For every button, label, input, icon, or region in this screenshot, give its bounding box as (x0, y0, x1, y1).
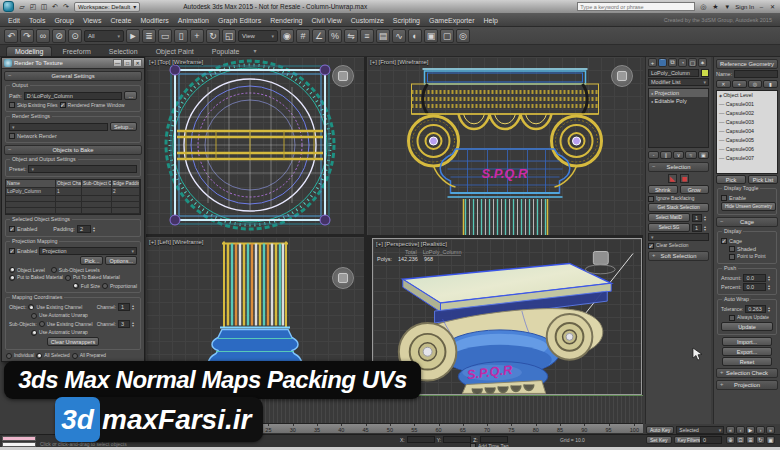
menu-item[interactable]: GameExporter (429, 17, 475, 24)
timeline-tick[interactable]: 30 (290, 424, 296, 433)
viewcube-icon[interactable] (332, 267, 354, 289)
select-and-move-icon[interactable]: + (190, 29, 204, 43)
projection-enabled-checkbox[interactable] (9, 248, 15, 254)
utilities-tab-icon[interactable]: ✶ (698, 58, 707, 67)
rollout-cage[interactable]: Cage (716, 217, 778, 227)
play-icon[interactable]: ▶ (746, 426, 755, 434)
setup-button[interactable]: Setup... (110, 122, 137, 131)
current-frame-field[interactable]: 0 (700, 436, 722, 444)
pick-reference-button[interactable]: Pick (716, 175, 746, 184)
timeline-tick[interactable]: 75 (508, 424, 514, 433)
undo-icon[interactable]: ↶ (50, 2, 60, 12)
maximize-viewport-icon[interactable]: ▣ (766, 436, 775, 444)
tolerance-spinner[interactable] (768, 305, 773, 313)
viewport-label[interactable]: [+] [Left] [Wireframe] (149, 239, 204, 245)
pick-list-button[interactable]: Pick List (748, 175, 778, 184)
matid-field[interactable]: 1 (692, 214, 702, 222)
workspace-dropdown[interactable]: Workspace: Default▾ (74, 2, 140, 12)
individual-radio[interactable] (6, 353, 12, 359)
rectangular-selection-icon[interactable]: ▭ (158, 29, 172, 43)
menu-item[interactable]: Civil View (311, 17, 341, 24)
ribbon-tab[interactable]: Object Paint (148, 47, 202, 56)
app-logo-icon[interactable] (3, 1, 14, 12)
timeline-tick[interactable]: 40 (338, 424, 344, 433)
zoom-icon[interactable]: ⊕ (726, 436, 735, 444)
zoom-extents-icon[interactable]: ⊡ (736, 436, 745, 444)
sub-object-levels-radio[interactable] (51, 267, 57, 273)
close-button[interactable]: ✕ (768, 2, 777, 11)
display-enable-checkbox[interactable] (721, 195, 727, 201)
hierarchy-tab-icon[interactable]: ⧉ (668, 58, 677, 67)
viewcube-icon[interactable] (611, 65, 633, 87)
remove-reference-icon[interactable]: ✕ (716, 80, 731, 88)
motion-tab-icon[interactable]: ◔ (678, 58, 687, 67)
select-by-name-icon[interactable]: ≣ (142, 29, 156, 43)
cell-object-channel[interactable]: 1 (56, 188, 82, 196)
col-object-channel[interactable]: Object Channel (56, 180, 82, 188)
padding-spinner[interactable] (93, 225, 98, 233)
get-stack-selection-button[interactable]: Get Stack Selection (648, 203, 709, 212)
browse-button[interactable]: ... (124, 91, 137, 100)
front-viewport[interactable]: S.P.Q.R [+] [Front] [Wireframe] (367, 57, 643, 235)
reference-list-item[interactable]: Capsule005 (717, 136, 777, 145)
padding-field[interactable]: 2 (77, 225, 91, 233)
selection-filter-dropdown[interactable]: All (84, 30, 124, 42)
timeline-tick[interactable]: 90 (581, 424, 587, 433)
dialog-title-bar[interactable]: Render To Texture —□✕ (2, 58, 144, 69)
reference-list-icon[interactable]: ▮ (763, 80, 778, 88)
rendered-frame-checkbox[interactable] (60, 102, 66, 108)
menu-item[interactable]: Group (54, 17, 73, 24)
account-menu-icon[interactable]: ▾ (722, 2, 732, 12)
cell-name[interactable]: LoPoly_Column (6, 188, 56, 196)
add-reference-icon[interactable]: + (732, 80, 747, 88)
select-and-rotate-icon[interactable]: ↻ (206, 29, 220, 43)
layer-manager-icon[interactable]: ▤ (376, 29, 390, 43)
timeline-tick[interactable]: 95 (606, 424, 612, 433)
clear-unwrappers-button[interactable]: Clear Unwrappers (47, 337, 99, 346)
cell-subobject-channel[interactable] (82, 188, 112, 196)
mirror-icon[interactable]: ⇋ (344, 29, 358, 43)
top-viewport[interactable]: [+] [Top] [Wireframe] (146, 57, 364, 234)
col-subobject-channel[interactable]: Sub-Object Channel (82, 180, 112, 188)
grow-button[interactable]: Grow (680, 185, 710, 194)
menu-item[interactable]: Tools (29, 17, 45, 24)
sg-field[interactable]: 1 (692, 224, 702, 232)
timeline-tick[interactable]: 50 (387, 424, 393, 433)
menu-item[interactable]: Edit (8, 17, 20, 24)
open-file-icon[interactable]: ◰ (28, 2, 38, 12)
object-level-radio[interactable] (9, 267, 15, 273)
proportional-radio[interactable] (102, 283, 108, 289)
timeline-tick[interactable]: 85 (557, 424, 563, 433)
path-field[interactable]: D:\LoPoly_Column (24, 92, 123, 100)
render-preset-dropdown[interactable] (9, 123, 108, 131)
ribbon-overflow-icon[interactable]: ▾ (249, 47, 260, 56)
sub-channel-spinner[interactable] (132, 320, 137, 328)
enabled-checkbox[interactable] (9, 226, 15, 232)
object-name-field[interactable]: LoPoly_Column (648, 69, 699, 77)
element-subobject-icon[interactable]: ◼ (680, 174, 689, 183)
viewport-label[interactable]: [+] [Perspective] [Realistic] (376, 241, 447, 247)
sub-use-existing-radio[interactable] (39, 321, 45, 327)
z-field[interactable] (480, 436, 508, 443)
maxscript-mini-listener-pink[interactable] (2, 436, 36, 441)
render-setup-icon[interactable]: ▣ (424, 29, 438, 43)
align-icon[interactable]: ≡ (360, 29, 374, 43)
dialog-minimize-button[interactable]: — (113, 59, 122, 67)
window-crossing-icon[interactable]: ▯ (174, 29, 188, 43)
auto-key-button[interactable]: Auto Key (646, 426, 674, 434)
all-selected-radio[interactable] (36, 353, 42, 359)
snaps-toggle-icon[interactable]: # (296, 29, 310, 43)
timeline-tick[interactable]: 100 (630, 424, 639, 433)
go-to-start-icon[interactable]: « (726, 426, 735, 434)
dialog-close-button[interactable]: ✕ (133, 59, 142, 67)
menu-item[interactable]: Graph Editors (218, 17, 261, 24)
reference-list-item[interactable]: Object Level (717, 91, 777, 100)
pan-view-icon[interactable]: ⊞ (746, 436, 755, 444)
modifier-stack-item[interactable]: Projection (649, 89, 708, 97)
menu-item[interactable]: Rendering (270, 17, 302, 24)
select-and-scale-icon[interactable]: ◱ (222, 29, 236, 43)
curve-editor-icon[interactable]: ∿ (392, 29, 406, 43)
network-render-checkbox[interactable] (9, 133, 15, 139)
use-pivot-center-icon[interactable]: ◉ (280, 29, 294, 43)
pick-button[interactable]: Pick... (80, 256, 103, 265)
